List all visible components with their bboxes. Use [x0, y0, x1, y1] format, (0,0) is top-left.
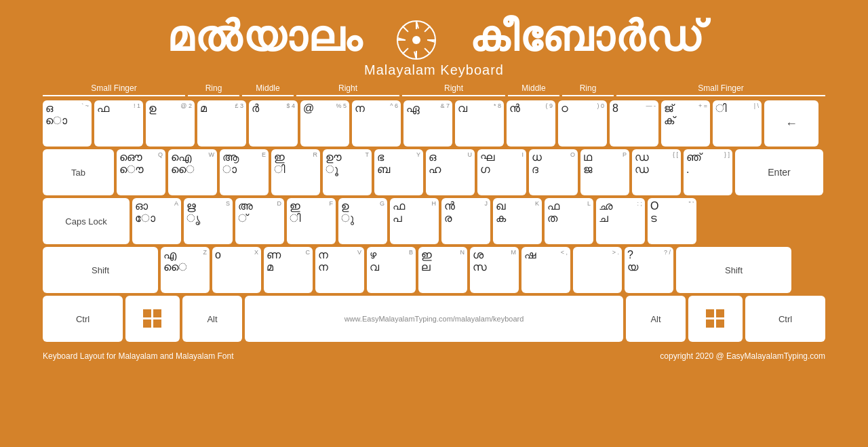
key-w[interactable]: ഐ ൈ W — [168, 149, 217, 195]
key-0[interactable]: ഠ ) 0 — [558, 100, 607, 147]
key-y[interactable]: ഭ ബ Y — [374, 149, 423, 195]
key-bracket-right[interactable]: ഞ് . } ] — [684, 149, 732, 195]
svg-rect-15 — [153, 309, 161, 317]
key-backslash[interactable]: ി | \ — [713, 100, 762, 147]
key-minus[interactable]: 8 — - — [610, 100, 658, 147]
space-key[interactable]: www.EasyMalayalamTyping.com/malayalam/ke… — [245, 296, 623, 342]
key-g[interactable]: ഉ ു G — [338, 198, 387, 244]
alt-right-key[interactable]: Alt — [626, 296, 686, 342]
backspace-key[interactable]: ← — [764, 100, 818, 147]
key-a[interactable]: ഓ ോ A — [132, 198, 181, 244]
backspace-icon: ← — [785, 117, 797, 131]
key-period[interactable]: > . — [573, 247, 622, 293]
key-l[interactable]: ഫ ത L — [545, 198, 593, 244]
caps-lock-key[interactable]: Caps Lock — [43, 198, 130, 244]
key-7[interactable]: ഏ & 7 — [403, 100, 452, 147]
enter-key[interactable]: Enter — [735, 149, 823, 195]
tab-key[interactable]: Tab — [43, 149, 114, 195]
shift-right-key[interactable]: Shift — [676, 247, 791, 293]
key-c[interactable]: ണ മ C — [264, 247, 313, 293]
row-number: ഒ ൊ ` ~ ഫ ! 1 ഉ @ 2 മ £ 3 ര്‍ $ 4 — [43, 100, 825, 147]
svg-rect-18 — [706, 309, 714, 317]
row-bottom: Ctrl Alt www.EasyMalayalamTyping.com/mal… — [43, 296, 825, 342]
alt-left-key[interactable]: Alt — [182, 296, 242, 342]
key-t[interactable]: ഊ ൂ T — [323, 149, 372, 195]
key-2[interactable]: ഉ @ 2 — [146, 100, 195, 147]
row-asdf: Caps Lock ഓ ോ A ഋ ൃ S അ ് D ഇ ി F ഉ ു G — [43, 198, 825, 244]
finger-label-small-right: Small Finger — [616, 83, 825, 96]
row-qwerty: Tab ഒൌ ൌ Q ഐ ൈ W ആ ാ E ഇ ി R ഊ ൂ T — [43, 149, 825, 195]
win-left-key[interactable] — [125, 296, 180, 342]
key-q[interactable]: ഒൌ ൌ Q — [117, 149, 165, 195]
key-j[interactable]: ൻ ര J — [441, 198, 490, 244]
key-e[interactable]: ആ ാ E — [220, 149, 269, 195]
svg-rect-21 — [716, 319, 724, 328]
shift-left-key[interactable]: Shift — [43, 247, 158, 293]
key-1[interactable]: ഫ ! 1 — [94, 100, 143, 147]
svg-rect-20 — [706, 319, 714, 328]
svg-point-1 — [412, 36, 420, 44]
key-semicolon[interactable]: ഛ ച : ; — [596, 198, 645, 244]
footer-right: copyright 2020 @ EasyMalayalamTyping.com — [660, 351, 825, 361]
key-r[interactable]: ഇ ി R — [271, 149, 320, 195]
windows-icon — [142, 309, 163, 329]
key-m[interactable]: ശ സ M — [470, 247, 519, 293]
key-backtick[interactable]: ഒ ൊ ` ~ — [43, 100, 92, 147]
key-bracket-left[interactable]: ഡ ഡ { [ — [632, 149, 681, 195]
key-u[interactable]: ഒ ഹ U — [426, 149, 475, 195]
finger-label-ring-left: Ring — [188, 83, 239, 96]
finger-labels: Small Finger Ring Middle Right Right Mid… — [0, 83, 868, 96]
key-i[interactable]: ഘ ഗ I — [477, 149, 526, 195]
key-equals[interactable]: ജ് ക് + = — [661, 100, 710, 147]
key-x[interactable]: o X — [212, 247, 261, 293]
finger-label-ring-right: Ring — [562, 83, 614, 96]
key-n[interactable]: ഇ ല N — [418, 247, 467, 293]
key-8[interactable]: വ * 8 — [455, 100, 504, 147]
key-k[interactable]: ഖ ക K — [493, 198, 542, 244]
svg-rect-14 — [143, 309, 151, 317]
key-d[interactable]: അ ് D — [235, 198, 284, 244]
finger-label-right-left: Right — [296, 83, 399, 96]
finger-label-small-left: Small Finger — [43, 83, 185, 96]
ctrl-left-key[interactable]: Ctrl — [43, 296, 123, 342]
win-right-key[interactable] — [688, 296, 743, 342]
key-4[interactable]: ര്‍ $ 4 — [249, 100, 298, 147]
finger-label-right-right: Right — [402, 83, 505, 96]
title-malayalam: മല്‍യാലം കീബോര്‍ഡ് — [0, 12, 868, 61]
ctrl-right-key[interactable]: Ctrl — [745, 296, 825, 342]
footer: Keyboard Layout for Malayalam and Malaya… — [0, 345, 868, 368]
key-9[interactable]: ന്‍ ( 9 — [507, 100, 555, 147]
key-s[interactable]: ഋ ൃ S — [184, 198, 233, 244]
key-quote[interactable]: O ട " ' — [648, 198, 696, 244]
key-f[interactable]: ഇ ി F — [287, 198, 336, 244]
finger-label-middle-left: Middle — [242, 83, 294, 96]
title-english: Malayalam Keyboard — [0, 62, 868, 78]
key-comma[interactable]: ഷ < , — [521, 247, 570, 293]
svg-rect-19 — [716, 309, 724, 317]
row-zxcv: Shift എ ൈ Z o X ണ മ C ന ന V ഴ വ B — [43, 247, 825, 293]
keyboard: ഒ ൊ ` ~ ഫ ! 1 ഉ @ 2 മ £ 3 ര്‍ $ 4 — [0, 100, 868, 342]
key-6[interactable]: ന ^ 6 — [352, 100, 401, 147]
key-5[interactable]: @ % 5 — [300, 100, 349, 147]
key-slash[interactable]: ? യ ? / — [625, 247, 673, 293]
key-z[interactable]: എ ൈ Z — [161, 247, 210, 293]
finger-label-middle-right: Middle — [508, 83, 559, 96]
key-p[interactable]: ഥ ജ P — [580, 149, 629, 195]
svg-rect-17 — [153, 319, 161, 328]
windows-right-icon — [705, 309, 726, 329]
key-b[interactable]: ഴ വ B — [367, 247, 416, 293]
key-h[interactable]: ഫ പ H — [390, 198, 439, 244]
key-3[interactable]: മ £ 3 — [197, 100, 246, 147]
key-v[interactable]: ന ന V — [315, 247, 364, 293]
header: മല്‍യാലം കീബോര്‍ഡ് Malayalam Keyboard — [0, 0, 868, 83]
key-o[interactable]: ധ ദ O — [529, 149, 578, 195]
footer-left: Keyboard Layout for Malayalam and Malaya… — [43, 351, 233, 361]
svg-rect-16 — [143, 319, 151, 328]
